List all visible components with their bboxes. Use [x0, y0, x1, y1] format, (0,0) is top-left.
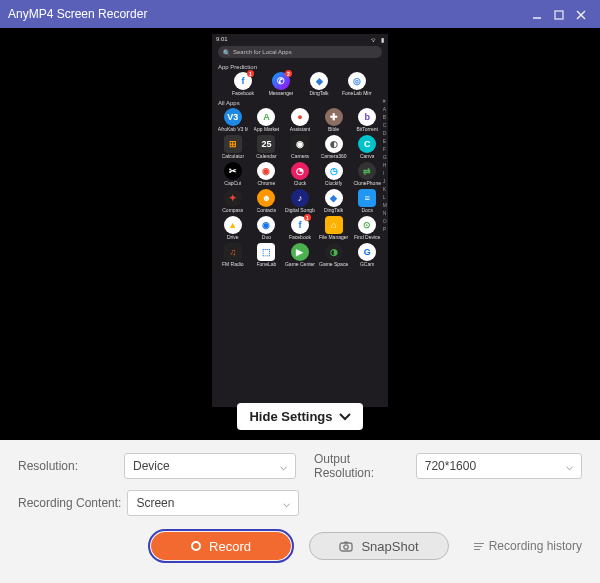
app-item: ✆2Messenger — [262, 72, 300, 96]
output-resolution-select[interactable]: 720*1600 ⌵ — [416, 453, 582, 479]
app-label: File Manager — [319, 235, 348, 240]
app-icon: ⊙ — [358, 216, 376, 234]
app-icon: ◐ — [325, 135, 343, 153]
notification-badge: 1 — [247, 70, 254, 77]
app-icon: ✚ — [325, 108, 343, 126]
chevron-down-icon: ⌵ — [280, 459, 287, 473]
app-label: Contacts — [257, 208, 277, 213]
index-letter: B — [383, 114, 387, 120]
status-time: 9:01 — [216, 36, 228, 42]
app-label: Docs — [361, 208, 372, 213]
app-icon: ◷ — [325, 162, 343, 180]
app-label: DingTalk — [324, 208, 343, 213]
settings-panel: Resolution: Device ⌵ Output Resolution: … — [0, 440, 600, 583]
camera-icon — [339, 541, 353, 552]
app-item: ✦Compass — [216, 189, 250, 213]
app-icon: f1 — [291, 216, 309, 234]
search-placeholder: Search for Local Apps — [233, 49, 292, 55]
index-letter: F — [383, 146, 387, 152]
app-item: ⊙Find Device — [350, 216, 384, 240]
index-letter: L — [383, 194, 387, 200]
app-item: ⇄ClonePhone — [350, 162, 384, 186]
app-item: ⌂File Manager — [317, 216, 351, 240]
app-item: ≡Docs — [350, 189, 384, 213]
app-icon: ◆ — [310, 72, 328, 90]
app-label: Drive — [227, 235, 239, 240]
app-item: ♪Digital Songbook — [283, 189, 317, 213]
phone-status-bar: 9:01 ᯤ ▮ — [212, 34, 388, 44]
hide-settings-button[interactable]: Hide Settings — [237, 403, 362, 430]
minimize-button[interactable] — [526, 7, 548, 21]
list-icon — [474, 543, 484, 550]
app-item: ♫FM Radio — [216, 243, 250, 267]
app-icon: ◑ — [325, 243, 343, 261]
app-icon: ◆ — [325, 189, 343, 207]
app-icon: ◉ — [257, 216, 275, 234]
svg-rect-1 — [555, 11, 563, 19]
app-icon: ✦ — [224, 189, 242, 207]
app-icon: ● — [291, 108, 309, 126]
section-prediction-label: App Prediction — [212, 60, 388, 72]
app-label: Clock — [294, 181, 307, 186]
app-label: Assistant — [290, 127, 310, 132]
app-item: ◉Duo — [250, 216, 284, 240]
app-icon: ☻ — [257, 189, 275, 207]
app-label: Facebook — [232, 91, 254, 96]
app-icon: b — [358, 108, 376, 126]
app-icon: G — [358, 243, 376, 261]
index-letter: P — [383, 226, 387, 232]
app-icon: ▲ — [224, 216, 242, 234]
status-icons: ᯤ ▮ — [369, 36, 384, 43]
app-label: FM Radio — [222, 262, 244, 267]
output-resolution-value: 720*1600 — [425, 459, 476, 473]
app-icon: ◎ — [348, 72, 366, 90]
svg-point-5 — [344, 544, 348, 548]
close-button[interactable] — [570, 7, 592, 21]
app-label: Find Device — [354, 235, 380, 240]
app-icon: C — [358, 135, 376, 153]
search-icon: 🔍 — [223, 49, 230, 56]
app-icon: ♪ — [291, 189, 309, 207]
resolution-value: Device — [133, 459, 170, 473]
app-label: Camera360 — [321, 154, 347, 159]
snapshot-button[interactable]: SnapShot — [309, 532, 449, 560]
app-item: 25Calendar — [250, 135, 284, 159]
app-icon: ⊞ — [224, 135, 242, 153]
app-icon: ≡ — [358, 189, 376, 207]
index-letter: E — [383, 138, 387, 144]
app-label: Camera — [291, 154, 309, 159]
app-label: ClonePhone — [353, 181, 381, 186]
app-item: f1Facebook — [283, 216, 317, 240]
app-label: Chrome — [257, 181, 275, 186]
app-label: BitTorrent — [356, 127, 377, 132]
app-item: CCanva — [350, 135, 384, 159]
app-icon: V3 — [224, 108, 242, 126]
phone-screen: 9:01 ᯤ ▮ 🔍 Search for Local Apps App Pre… — [212, 34, 388, 407]
app-item: ⬚FoneLab — [250, 243, 284, 267]
index-letter: G — [383, 154, 387, 160]
index-letter: K — [383, 186, 387, 192]
record-button[interactable]: Record — [151, 532, 291, 560]
recording-content-select[interactable]: Screen ⌵ — [127, 490, 299, 516]
snapshot-label: SnapShot — [361, 539, 418, 554]
app-label: GCam — [360, 262, 374, 267]
app-item: ◆DingTalk — [317, 189, 351, 213]
app-icon: ◔ — [291, 162, 309, 180]
app-label: Calendar — [256, 154, 276, 159]
app-title: AnyMP4 Screen Recorder — [8, 7, 526, 21]
app-label: DingTalk — [309, 91, 328, 96]
app-label: Clockify — [325, 181, 343, 186]
app-item: V3AfroKab V3 Mobile Pos — [216, 108, 250, 132]
app-icon: 25 — [257, 135, 275, 153]
resolution-label: Resolution: — [18, 459, 118, 473]
app-item: f1Facebook — [224, 72, 262, 96]
recording-history-link[interactable]: Recording history — [474, 539, 582, 553]
index-letter: D — [383, 130, 387, 136]
maximize-button[interactable] — [548, 7, 570, 21]
prediction-apps-grid: f1Facebook✆2Messenger◆DingTalk◎FoneLab M… — [212, 72, 388, 96]
resolution-select[interactable]: Device ⌵ — [124, 453, 296, 479]
index-letter: C — [383, 122, 387, 128]
app-label: Digital Songbook — [285, 208, 315, 213]
hide-settings-label: Hide Settings — [249, 409, 332, 424]
app-item: ◉Camera — [283, 135, 317, 159]
